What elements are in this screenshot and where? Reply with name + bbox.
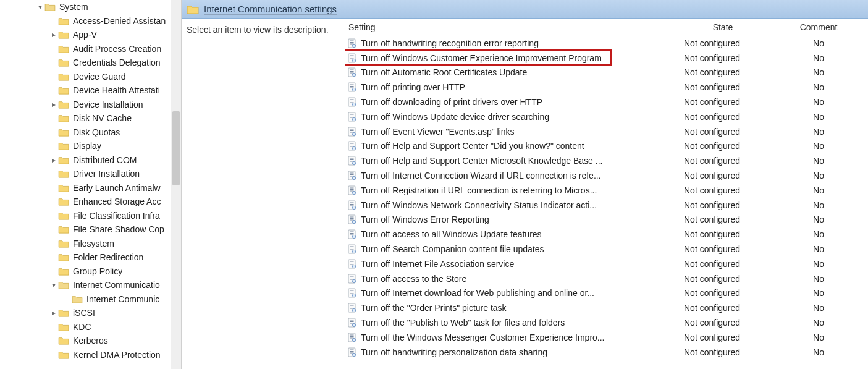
setting-comment: No — [769, 288, 868, 298]
tree-item[interactable]: Early Launch Antimalw — [0, 181, 170, 195]
tree-scrollbar[interactable] — [171, 0, 181, 369]
policy-icon — [347, 67, 357, 77]
setting-row[interactable]: Turn off handwriting recognition error r… — [345, 36, 868, 51]
setting-row[interactable]: Turn off Help and Support Center "Did yo… — [345, 139, 868, 154]
folder-icon — [58, 100, 73, 109]
setting-name: Turn off the "Publish to Web" task for f… — [361, 318, 565, 328]
content-panel: Internet Communication settings Select a… — [182, 0, 868, 369]
tree-caret-icon[interactable]: ▸ — [49, 30, 58, 39]
setting-row[interactable]: Turn off downloading of print drivers ov… — [345, 95, 868, 109]
setting-comment: No — [769, 214, 868, 224]
tree-item[interactable]: Internet Communic — [0, 292, 170, 307]
policy-icon — [347, 214, 357, 224]
policy-icon — [347, 259, 357, 269]
tree-item-label: Distributed COM — [73, 155, 137, 165]
tree-item[interactable]: ▸ Distributed COM — [0, 153, 170, 168]
folder-icon — [58, 17, 73, 25]
tree-caret-icon[interactable]: ▸ — [49, 100, 58, 109]
policy-icon — [347, 303, 357, 313]
tree-item[interactable]: Kernel DMA Protection — [0, 348, 170, 362]
tree-item[interactable]: Kerberos — [0, 334, 170, 348]
setting-row[interactable]: Turn off access to all Windows Update fe… — [345, 227, 868, 242]
tree-item[interactable]: ▸ Device Installation — [0, 98, 170, 112]
tree-item-label: iSCSI — [73, 308, 95, 318]
tree-item[interactable]: Credentials Delegation — [0, 56, 170, 70]
tree-caret-icon[interactable]: ▸ — [49, 308, 58, 317]
setting-row[interactable]: Turn off the Windows Messenger Customer … — [345, 330, 868, 345]
svg-point-44 — [352, 162, 355, 165]
setting-name: Turn off Internet download for Web publi… — [361, 288, 594, 298]
column-header-comment[interactable]: Comment — [769, 22, 868, 32]
setting-row[interactable]: Turn off Windows Error Reporting Not con… — [345, 213, 868, 227]
setting-name: Turn off Windows Error Reporting — [361, 214, 489, 224]
setting-row[interactable]: Turn off Internet File Association servi… — [345, 257, 868, 271]
tree-item[interactable]: Disk NV Cache — [0, 111, 170, 125]
setting-state: Not configured — [676, 288, 769, 298]
svg-point-34 — [352, 132, 355, 135]
tree-caret-icon[interactable]: ▾ — [49, 281, 58, 289]
folder-icon — [58, 211, 73, 220]
tree-item[interactable]: Folder Redirection — [0, 250, 170, 265]
setting-comment: No — [769, 156, 868, 166]
setting-row[interactable]: Turn off Registration if URL connection … — [345, 183, 868, 198]
setting-row[interactable]: Turn off the "Order Prints" picture task… — [345, 300, 868, 315]
setting-comment: No — [769, 67, 868, 77]
setting-state: Not configured — [676, 244, 769, 254]
description-placeholder: Select an item to view its description. — [187, 25, 329, 35]
tree-view[interactable]: ▾ System Access-Denied Assistan▸ App-V A… — [0, 0, 170, 369]
setting-row[interactable]: Turn off access to the Store Not configu… — [345, 271, 868, 286]
folder-icon — [58, 267, 73, 276]
tree-item[interactable]: Group Policy — [0, 265, 170, 279]
setting-row[interactable]: Turn off handwriting personalization dat… — [345, 345, 868, 360]
policy-icon — [347, 244, 357, 254]
column-header-state[interactable]: State — [676, 22, 769, 32]
folder-icon — [72, 295, 86, 303]
tree-scrollbar-thumb[interactable] — [172, 111, 180, 185]
tree-item[interactable]: File Share Shadow Cop — [0, 223, 170, 237]
tree-item-label: Credentials Delegation — [73, 57, 161, 67]
setting-row[interactable]: Turn off Windows Customer Experience Imp… — [345, 51, 868, 66]
tree-item[interactable]: Audit Process Creation — [0, 42, 170, 56]
setting-row[interactable]: Turn off Event Viewer "Events.asp" links… — [345, 124, 868, 139]
tree-item[interactable]: File Classification Infra — [0, 209, 170, 223]
setting-comment: No — [769, 274, 868, 284]
tree-item-label: Filesystem — [73, 239, 114, 248]
svg-point-4 — [352, 44, 355, 47]
tree-item-label: Internet Communicatio — [73, 280, 160, 290]
setting-row[interactable]: Turn off Search Companion content file u… — [345, 242, 868, 257]
policy-icon — [347, 318, 357, 328]
setting-row[interactable]: Turn off Internet download for Web publi… — [345, 286, 868, 301]
policy-icon — [347, 229, 357, 239]
tree-item[interactable]: Display — [0, 139, 170, 153]
tree-item[interactable]: Filesystem — [0, 237, 170, 251]
tree-caret-icon[interactable]: ▾ — [36, 2, 44, 11]
tree-caret-icon[interactable]: ▸ — [49, 156, 58, 164]
column-header-setting[interactable]: Setting — [345, 22, 676, 32]
setting-state: Not configured — [676, 303, 769, 313]
tree-item-label: Disk Quotas — [73, 127, 120, 137]
tree-item[interactable]: KDC — [0, 320, 170, 334]
setting-row[interactable]: Turn off Help and Support Center Microso… — [345, 153, 868, 168]
setting-name: Turn off the Windows Messenger Customer … — [361, 333, 605, 342]
tree-item[interactable]: Device Health Attestati — [0, 83, 170, 98]
tree-item[interactable]: Enhanced Storage Acc — [0, 195, 170, 209]
tree-item[interactable]: Disk Quotas — [0, 125, 170, 140]
setting-row[interactable]: Turn off the "Publish to Web" task for f… — [345, 315, 868, 330]
setting-comment: No — [769, 259, 868, 269]
setting-row[interactable]: Turn off Windows Network Connectivity St… — [345, 198, 868, 213]
tree-item[interactable]: ▸ App-V — [0, 28, 170, 42]
tree-item[interactable]: Device Guard — [0, 70, 170, 84]
setting-row[interactable]: Turn off Windows Update device driver se… — [345, 109, 868, 124]
svg-point-9 — [352, 59, 355, 62]
tree-item[interactable]: ▸ iSCSI — [0, 306, 170, 320]
setting-row[interactable]: Turn off Internet Connection Wizard if U… — [345, 168, 868, 183]
tree-item[interactable]: Driver Installation — [0, 167, 170, 181]
tree-item[interactable]: ▾ Internet Communicatio — [0, 278, 170, 292]
setting-state: Not configured — [676, 67, 769, 77]
setting-name: Turn off Windows Update device driver se… — [361, 112, 549, 122]
svg-point-39 — [352, 147, 355, 150]
setting-row[interactable]: Turn off printing over HTTP Not configur… — [345, 80, 868, 95]
tree-item[interactable]: Access-Denied Assistan — [0, 14, 170, 28]
setting-row[interactable]: Turn off Automatic Root Certificates Upd… — [345, 66, 868, 80]
tree-item[interactable]: ▾ System — [0, 0, 170, 14]
